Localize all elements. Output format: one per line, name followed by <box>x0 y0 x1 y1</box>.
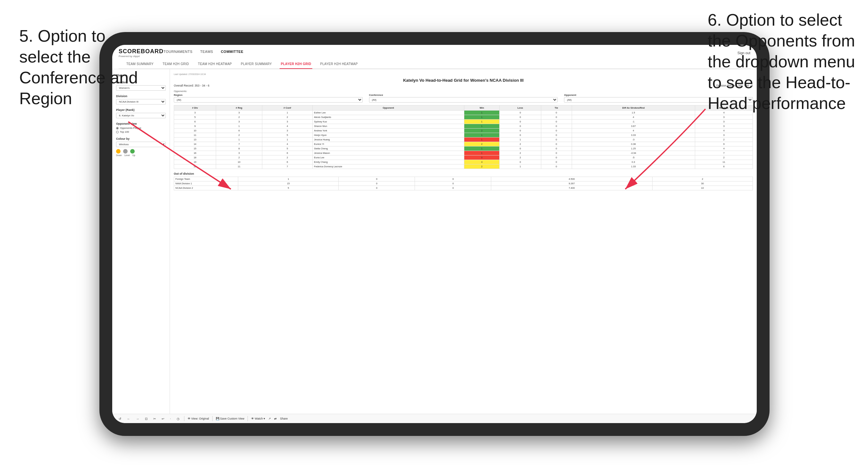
cell-div: 19 <box>174 160 216 164</box>
toolbar-undo[interactable]: ↺ <box>117 416 123 421</box>
cell-div: 11 <box>174 133 216 137</box>
sidebar-top100-option[interactable]: Top 100 <box>116 130 166 133</box>
sidebar-player-rank-section: Player (Rank) 8. Katelyn Vo <box>116 108 166 118</box>
cell-tie: 0 <box>541 155 572 160</box>
nav-teams[interactable]: TEAMS <box>200 50 213 56</box>
cell-div: 6 <box>174 120 216 124</box>
legend-level-circle <box>123 149 128 154</box>
cell-tie: 0 <box>541 137 572 142</box>
region-label: Region <box>174 94 363 96</box>
cell-reg: 3 <box>216 151 262 155</box>
toolbar-scissors[interactable]: ✂ <box>152 416 157 421</box>
share-btn[interactable]: Share <box>280 417 288 420</box>
cell-win: 4 <box>464 160 500 164</box>
legend-up-circle <box>130 149 135 154</box>
cell-diff: 0.38 <box>572 142 695 147</box>
cell-name: Emily Chang <box>313 160 464 164</box>
th-opponent: Opponent <box>313 105 464 111</box>
cell-loss: 1 <box>500 137 541 142</box>
view-original-btn[interactable]: 👁 View: Original <box>188 417 209 420</box>
cell-win: 2 <box>464 164 500 169</box>
ood-cell-loss: 0 <box>339 177 415 181</box>
cell-div: 20 <box>174 164 216 169</box>
cell-tie: 0 <box>541 160 572 164</box>
out-of-division-table: Foreign Team 1 0 0 4.500 2 NAIA Division… <box>174 177 753 190</box>
conference-select[interactable]: (All) <box>369 97 558 102</box>
watch-label: 👁 Watch ▾ <box>251 417 265 420</box>
ood-cell-win: 15 <box>238 181 339 186</box>
cell-loss: 0 <box>500 128 541 133</box>
ood-cell-rounds: 30 <box>652 181 752 186</box>
ood-cell-diff: 7.400 <box>491 186 652 190</box>
sub-nav-player-summary[interactable]: PLAYER SUMMARY <box>240 60 273 69</box>
top100-radio[interactable] <box>116 131 119 133</box>
table-row: 5 2 2 Alexis Sudjianto 1 0 0 4 3 <box>174 115 753 120</box>
cell-name: Stella Cheng <box>313 147 464 151</box>
th-conf: # Conf <box>262 105 313 111</box>
sidebar-opponents-played-option[interactable]: Opponents Played <box>116 127 166 129</box>
nav-tournaments[interactable]: TOURNAMENTS <box>163 50 192 56</box>
sidebar-player-rank-select[interactable]: 8. Katelyn Vo <box>116 113 166 118</box>
sub-nav-player-h2h-grid[interactable]: PLAYER H2H GRID <box>280 60 313 69</box>
sub-nav-player-h2h-heatmap[interactable]: PLAYER H2H HEATMAP <box>319 60 359 69</box>
cell-diff: 1.33 <box>572 164 695 169</box>
sub-nav: TEAM SUMMARY TEAM H2H GRID TEAM H2H HEAT… <box>119 60 750 69</box>
main-content: Player Gender Women's Division NCAA Divi… <box>112 69 757 414</box>
cell-diff: -0.94 <box>572 151 695 155</box>
table-row: 16 3 6 Jessica Mason 1 2 0 -0.94 7 <box>174 151 753 155</box>
cell-rounds: 4 <box>695 128 753 133</box>
region-select[interactable]: (All) <box>174 97 363 102</box>
nav-committee[interactable]: COMMITTEE <box>221 50 244 56</box>
toolbar-clock[interactable]: ◷ <box>176 416 181 421</box>
opponents-played-radio[interactable] <box>116 127 119 129</box>
cell-reg: 2 <box>216 155 262 160</box>
top-nav: SCOREBOARD Powered by clippd TOURNAMENTS… <box>112 45 757 69</box>
watch-btn[interactable]: 👁 Watch ▾ <box>251 417 265 420</box>
cell-reg: 3 <box>216 120 262 124</box>
ood-cell-win: 5 <box>238 186 339 190</box>
ood-cell-tie: 0 <box>415 181 491 186</box>
cell-rounds: 3 <box>695 133 753 137</box>
cell-diff: 1.25 <box>572 147 695 151</box>
sub-nav-team-h2h-heatmap[interactable]: TEAM H2H HEATMAP <box>196 60 233 69</box>
ood-table-row: Foreign Team 1 0 0 4.500 2 <box>174 177 753 181</box>
cell-win: 1 <box>464 151 500 155</box>
toolbar-forward[interactable]: → <box>135 416 141 421</box>
ood-cell-name: Foreign Team <box>174 177 238 181</box>
sidebar: Player Gender Women's Division NCAA Divi… <box>112 69 170 414</box>
cell-rounds: 7 <box>695 151 753 155</box>
cell-conf: 4 <box>262 124 313 128</box>
toolbar-refresh[interactable]: ↩ <box>160 416 165 421</box>
table-row: 6 3 3 Sydney Kuo 1 0 0 -1 3 <box>174 120 753 124</box>
cell-name: Alexis Sudjianto <box>313 115 464 120</box>
cell-conf: 6 <box>262 151 313 155</box>
switch-btn[interactable]: ⇄ <box>274 417 277 420</box>
main-nav: TOURNAMENTS TEAMS COMMITTEE <box>163 50 243 56</box>
ood-cell-loss: 0 <box>339 181 415 186</box>
cell-loss: 2 <box>500 155 541 160</box>
cell-rounds: 3 <box>695 124 753 128</box>
top100-label: Top 100 <box>120 130 129 133</box>
cell-win: 2 <box>464 142 500 147</box>
toolbar-grid[interactable]: ⊡ <box>144 416 149 421</box>
ood-cell-win: 1 <box>238 177 339 181</box>
cell-rounds: 11 <box>695 160 753 164</box>
cell-name: Esther Lee <box>313 111 464 115</box>
cell-rounds: 6 <box>695 164 753 169</box>
last-updated: Last Updated: 27/03/2024 16:34 <box>174 73 753 75</box>
toolbar-back[interactable]: ← <box>126 416 131 421</box>
ood-cell-tie: 0 <box>415 177 491 181</box>
th-loss: Loss <box>500 105 541 111</box>
ood-cell-loss: 0 <box>339 186 415 190</box>
sub-nav-team-h2h-grid[interactable]: TEAM H2H GRID <box>161 60 190 69</box>
legend-level-label: Level <box>124 154 130 156</box>
sidebar-colour-select[interactable]: Win/loss <box>116 142 166 147</box>
cell-div: 13 <box>174 137 216 142</box>
table-row: 10 6 3 Andrea York 2 0 0 4 4 <box>174 128 753 133</box>
save-custom-view-btn[interactable]: 💾 Save Custom View <box>216 417 244 420</box>
sidebar-colour-label: Colour by <box>116 137 166 141</box>
cell-rounds: 4 <box>695 147 753 151</box>
table-row: 9 1 4 Sharon Mun 1 0 0 3.67 3 <box>174 124 753 128</box>
toolbar-dot[interactable]: · <box>169 416 172 421</box>
export-btn[interactable]: ↗ <box>268 417 271 420</box>
